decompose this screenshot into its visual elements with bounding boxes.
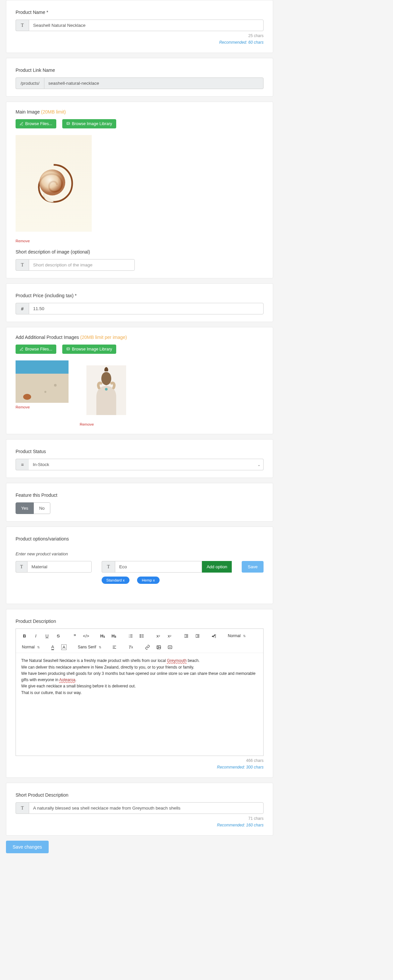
svg-point-7 (23, 394, 31, 400)
h2-icon[interactable]: H₂ (109, 632, 119, 640)
short-desc-input[interactable] (29, 802, 264, 814)
list-icon: ≡ (16, 459, 29, 470)
bold-icon[interactable]: B (20, 632, 29, 640)
status-select[interactable]: In-Stock (29, 459, 264, 470)
panel-product-link: Product Link Name /products/ (6, 58, 273, 97)
italic-icon[interactable]: I (31, 632, 40, 640)
desc-recommended: Recommended: 300 chars (217, 765, 264, 770)
h1-icon[interactable]: H₁ (98, 632, 107, 640)
variation-value-input[interactable] (115, 561, 202, 573)
video-icon[interactable] (165, 643, 175, 651)
variation-name-input[interactable] (27, 561, 92, 573)
panel-status: Product Status ≡ In-Stock ⌄ (6, 439, 273, 478)
main-image-thumb[interactable] (16, 135, 92, 232)
variation-pill-hemp[interactable]: Hemp x (137, 576, 159, 584)
ul-icon[interactable] (137, 632, 146, 640)
add-option-button[interactable]: Add option (202, 561, 232, 573)
feature-no[interactable]: No (34, 503, 50, 514)
image-short-desc-input[interactable] (29, 259, 135, 271)
link-prefix: /products/ (16, 78, 44, 89)
label-status: Product Status (16, 449, 264, 454)
browse-library-button-2[interactable]: Browse Image Library (62, 345, 116, 354)
svg-point-23 (140, 637, 140, 638)
text-icon: T (16, 561, 27, 573)
text-icon: T (102, 561, 115, 573)
remove-main-image[interactable]: Remove (16, 239, 30, 243)
panel-price: Product Price (including tax) * # (6, 283, 273, 322)
editor-toolbar: B I U S ” </> H₁ H₂ 123 x2 x2 (16, 629, 263, 653)
svg-marker-38 (170, 646, 171, 648)
label-description: Product Description (16, 619, 264, 624)
svg-point-11 (105, 388, 108, 391)
strike-icon[interactable]: S (54, 632, 63, 640)
additional-thumb-2[interactable] (80, 360, 133, 415)
panel-feature: Feature this Product Yes No (6, 483, 273, 522)
image-icon[interactable] (154, 643, 163, 651)
price-input[interactable] (29, 303, 264, 314)
label-variations: Product options/variations (16, 536, 264, 541)
save-variation-button[interactable]: Save (242, 561, 264, 573)
save-changes-button[interactable]: Save changes (6, 841, 49, 853)
panel-main-image: Main Image (20MB limit) Browse Files... … (6, 102, 273, 278)
background-icon[interactable]: A (59, 643, 68, 651)
font-select[interactable]: Sans Serif (76, 644, 102, 651)
label-main-image: Main Image (20MB limit) (16, 109, 264, 115)
svg-point-1 (67, 123, 68, 124)
feature-yes[interactable]: Yes (16, 503, 34, 514)
label-product-link: Product Link Name (16, 67, 264, 73)
panel-description: Product Description B I U S ” </> H₁ H₂ … (6, 609, 273, 778)
code-icon[interactable]: </> (81, 632, 91, 640)
ol-icon[interactable]: 123 (126, 632, 135, 640)
superscript-icon[interactable]: x2 (165, 632, 174, 640)
feature-toggle: Yes No (16, 503, 50, 514)
heading-select[interactable]: Normal (20, 644, 41, 651)
indent-icon[interactable] (193, 632, 202, 640)
panel-product-name: Product Name * T 25 chars Recommended: 6… (6, 0, 273, 53)
panel-short-description: Short Product Description T 71 chars Rec… (6, 783, 273, 836)
subscript-icon[interactable]: x2 (154, 632, 163, 640)
browse-files-button[interactable]: Browse Files... (16, 119, 56, 129)
quote-icon[interactable]: ” (70, 632, 80, 640)
main-image-limit: (20MB limit) (41, 109, 66, 115)
additional-thumb-1[interactable] (16, 360, 68, 403)
editor-body[interactable]: The Natural Seashell Necklace is a fresh… (16, 653, 263, 756)
underline-icon[interactable]: U (42, 632, 52, 640)
label-additional: Add Additional Product Images (20MB limi… (16, 335, 264, 340)
variation-pill-standard[interactable]: Standard x (102, 576, 129, 584)
text-icon: T (16, 259, 29, 271)
svg-point-4 (67, 348, 68, 349)
svg-rect-6 (16, 374, 68, 403)
rich-editor: B I U S ” </> H₁ H₂ 123 x2 x2 (16, 628, 264, 756)
label-feature: Feature this Product (16, 493, 264, 498)
align-icon[interactable] (110, 643, 119, 651)
product-link-input[interactable] (44, 78, 264, 89)
name-char-count: 25 chars (248, 33, 264, 38)
label-price: Product Price (including tax) * (16, 293, 264, 298)
text-icon: T (16, 802, 29, 814)
product-name-input[interactable] (29, 19, 264, 31)
browse-files-button-2[interactable]: Browse Files... (16, 345, 56, 354)
additional-limit: (20MB limit per image) (80, 335, 127, 340)
color-icon[interactable]: A (48, 643, 57, 651)
label-product-name: Product Name * (16, 10, 264, 15)
clear-format-icon[interactable]: Tx (126, 643, 135, 651)
svg-point-36 (158, 646, 159, 648)
direction-icon[interactable]: ◂¶ (209, 632, 218, 640)
desc-char-count: 466 chars (246, 758, 264, 763)
link-icon[interactable] (143, 643, 152, 651)
svg-point-21 (140, 634, 140, 635)
label-short-desc: Short Product Description (16, 792, 264, 798)
browse-library-button[interactable]: Browse Image Library (62, 119, 116, 129)
name-recommended: Recommended: 60 chars (219, 40, 264, 45)
label-short-img-desc: Short description of image (optional) (16, 249, 264, 255)
outdent-icon[interactable] (181, 632, 191, 640)
svg-text:3: 3 (129, 636, 129, 638)
remove-additional-2[interactable]: Remove (80, 422, 94, 426)
svg-rect-5 (16, 360, 68, 374)
svg-point-8 (54, 384, 57, 387)
remove-additional-1[interactable]: Remove (16, 405, 30, 409)
short-recommended: Recommended: 160 chars (217, 823, 264, 827)
svg-point-2 (40, 169, 65, 195)
text-icon: T (16, 19, 29, 31)
size-select[interactable]: Normal (226, 633, 247, 639)
